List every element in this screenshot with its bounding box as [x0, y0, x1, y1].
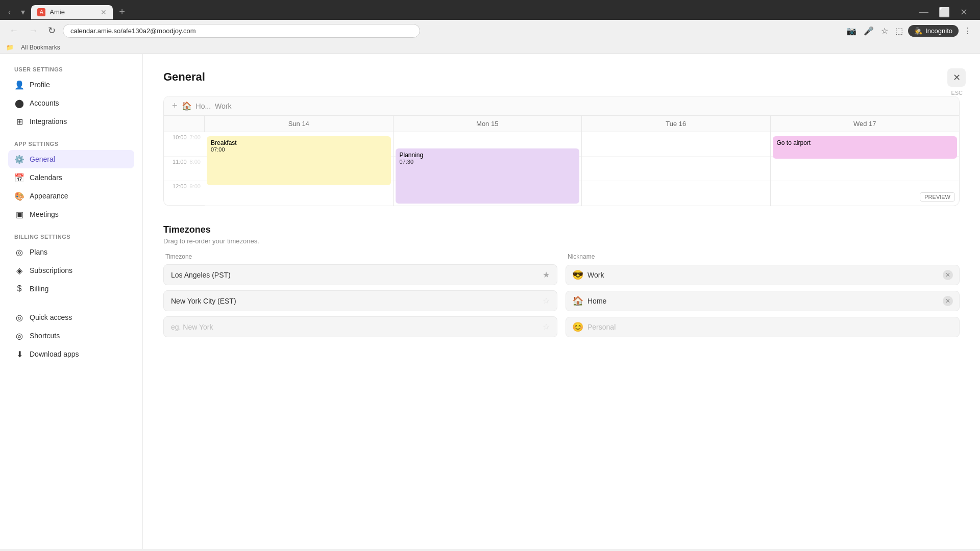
browser-chrome: ‹ ▾ A Amie ✕ + — ⬜ ✕ ← → ↻ calendar.amie…: [0, 0, 980, 54]
tz-nick-left-0: 😎 Work: [572, 269, 604, 281]
tz-row-1: New York City (EST) ☆ 🏠 Home ✕: [163, 290, 960, 311]
sidebar-item-label-appearance: Appearance: [30, 192, 68, 200]
tz-emoji-1: 🏠: [572, 295, 583, 307]
tz-star-0[interactable]: ★: [543, 270, 550, 280]
billing-icon: $: [14, 284, 24, 294]
tz-input-2[interactable]: eg. New York ☆: [163, 316, 557, 337]
sidebar-item-accounts[interactable]: ⬤ Accounts: [8, 94, 134, 112]
tz-star-1[interactable]: ☆: [543, 296, 550, 306]
event-breakfast[interactable]: Breakfast 07:00: [207, 136, 391, 185]
shortcuts-icon: ◎: [14, 331, 24, 341]
cal-cell-wed: Go to airport PREVIEW: [771, 132, 960, 206]
tab-dropdown[interactable]: ▾: [17, 5, 29, 19]
time-1000: 10:007:00: [164, 132, 205, 157]
tab-close-button[interactable]: ✕: [101, 8, 107, 16]
time-1100: 11:008:00: [164, 157, 205, 181]
sidebar-item-appearance[interactable]: 🎨 Appearance: [8, 187, 134, 205]
all-bookmarks-link[interactable]: All Bookmarks: [18, 43, 63, 52]
new-tab-button[interactable]: +: [115, 4, 129, 20]
forward-button[interactable]: →: [26, 23, 41, 38]
bookmark-icon[interactable]: ☆: [879, 24, 890, 38]
tab-favicon: A: [37, 8, 45, 16]
sidebar-item-general[interactable]: ⚙️ General: [8, 150, 134, 168]
event-planning-title: Planning: [400, 152, 576, 159]
tz-emoji-2: 😊: [572, 321, 583, 333]
timezones-title: Timezones: [163, 224, 960, 235]
sidebar-item-label-meetings: Meetings: [30, 210, 59, 218]
sidebar-item-label-plans: Plans: [30, 248, 47, 256]
event-airport[interactable]: Go to airport: [773, 136, 958, 159]
download-apps-icon: ⬇: [14, 349, 24, 359]
close-panel-button[interactable]: ✕: [947, 68, 966, 87]
user-settings-section-title: User Settings: [8, 66, 134, 72]
sidebar-item-label-quick-access: Quick access: [30, 313, 72, 321]
active-tab[interactable]: A Amie ✕: [31, 5, 113, 19]
address-bar-actions: 📷 🎤 ☆ ⬚ 🕵 Incognito ⋮: [844, 24, 974, 38]
timezones-desc: Drag to re-order your timezones.: [163, 237, 960, 245]
integrations-icon: ⊞: [14, 116, 24, 127]
sidebar-item-subscriptions[interactable]: ◈ Subscriptions: [8, 261, 134, 280]
tz-nick-label-1: Home: [587, 297, 606, 305]
time-1200: 12:009:00: [164, 181, 205, 206]
sidebar-item-billing[interactable]: $ Billing: [8, 280, 134, 298]
minimize-button[interactable]: —: [915, 5, 933, 19]
sidebar-item-label-shortcuts: Shortcuts: [30, 332, 60, 340]
general-icon: ⚙️: [14, 154, 24, 164]
sidebar-item-label-calendars: Calendars: [30, 173, 62, 182]
timezones-section: Timezones Drag to re-order your timezone…: [163, 224, 960, 337]
main-panel: ✕ ESC General + 🏠 Ho... Work Sun 14 Mon …: [143, 54, 980, 549]
tz-input-0[interactable]: Los Angeles (PST) ★: [163, 264, 557, 285]
camera-off-icon[interactable]: 📷: [844, 24, 859, 38]
bookmarks-bar: 📁 All Bookmarks: [0, 41, 980, 54]
maximize-button[interactable]: ⬜: [935, 5, 954, 20]
refresh-button[interactable]: ↻: [45, 23, 59, 38]
accounts-icon: ⬤: [14, 98, 24, 108]
cal-day-tue: Tue 16: [582, 116, 771, 132]
incognito-label: Incognito: [925, 27, 952, 35]
event-airport-title: Go to airport: [777, 139, 953, 146]
sidebar-item-meetings[interactable]: ▣ Meetings: [8, 205, 134, 223]
cal-day-sun: Sun 14: [205, 116, 394, 132]
sidebar-item-quick-access[interactable]: ◎ Quick access: [8, 308, 134, 327]
tz-star-2[interactable]: ☆: [543, 322, 550, 332]
tz-remove-1[interactable]: ✕: [943, 296, 953, 306]
sidebar-toggle-icon[interactable]: ⬚: [893, 24, 905, 38]
sidebar-item-plans[interactable]: ◎ Plans: [8, 243, 134, 261]
sidebar-item-label-general: General: [30, 155, 55, 163]
tz-row-2: eg. New York ☆ 😊 Personal: [163, 316, 960, 337]
address-bar[interactable]: calendar.amie.so/afe130a2@moodjoy.com: [63, 24, 420, 38]
tz-remove-0[interactable]: ✕: [943, 270, 953, 280]
subscriptions-icon: ◈: [14, 265, 24, 276]
close-window-button[interactable]: ✕: [956, 5, 972, 20]
sidebar-item-calendars[interactable]: 📅 Calendars: [8, 168, 134, 187]
event-planning-time: 07:30: [400, 159, 576, 165]
event-planning[interactable]: Planning 07:30: [396, 148, 580, 204]
preview-button[interactable]: PREVIEW: [920, 192, 955, 202]
sidebar-item-download-apps[interactable]: ⬇ Download apps: [8, 345, 134, 363]
sidebar-item-profile[interactable]: 👤 Profile: [8, 76, 134, 94]
sidebar-item-label-billing: Billing: [30, 285, 48, 293]
address-text: calendar.amie.so/afe130a2@moodjoy.com: [70, 27, 412, 35]
tz-input-1[interactable]: New York City (EST) ☆: [163, 290, 557, 311]
event-breakfast-title: Breakfast: [211, 139, 387, 146]
sidebar: User Settings 👤 Profile ⬤ Accounts ⊞ Int…: [0, 54, 143, 549]
cal-cell-mon: Planning 07:30: [394, 132, 582, 206]
sidebar-item-label-subscriptions: Subscriptions: [30, 266, 72, 274]
tz-nick-label-0: Work: [587, 271, 604, 279]
tz-value-0: Los Angeles (PST): [171, 271, 231, 279]
sidebar-item-shortcuts[interactable]: ◎ Shortcuts: [8, 327, 134, 345]
tz-nick-placeholder-2: Personal: [587, 323, 616, 331]
tab-back-nav[interactable]: ‹: [4, 6, 15, 19]
cal-time-header: [164, 116, 205, 132]
sidebar-item-integrations[interactable]: ⊞ Integrations: [8, 112, 134, 131]
meetings-icon: ▣: [14, 209, 24, 219]
back-button[interactable]: ←: [6, 23, 21, 38]
calendar-preview: + 🏠 Ho... Work Sun 14 Mon 15 Tue 16 Wed …: [163, 96, 960, 206]
more-options-icon[interactable]: ⋮: [962, 24, 974, 38]
cal-day-mon: Mon 15: [394, 116, 582, 132]
app-settings-section-title: App Settings: [8, 141, 134, 147]
address-bar-row: ← → ↻ calendar.amie.so/afe130a2@moodjoy.…: [0, 20, 980, 41]
calendar-add-button[interactable]: +: [172, 101, 178, 111]
sidebar-item-label-download-apps: Download apps: [30, 350, 79, 358]
mic-off-icon[interactable]: 🎤: [862, 24, 876, 38]
